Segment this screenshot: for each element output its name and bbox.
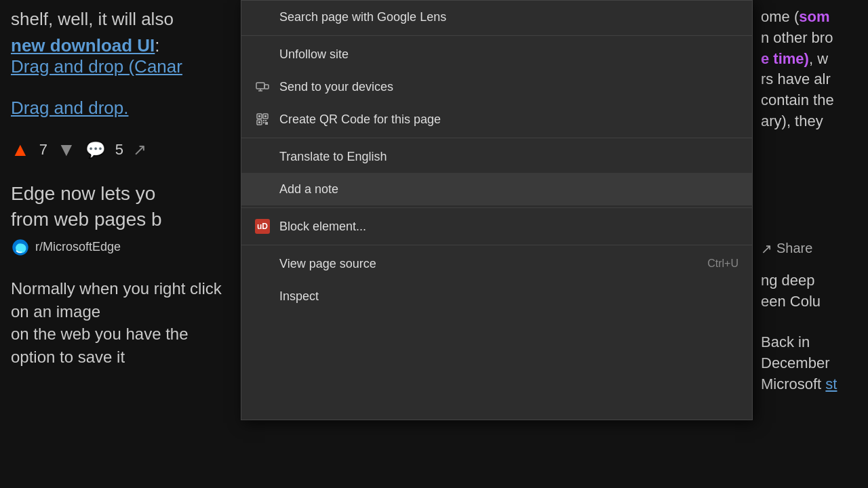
- bg-right-text4: rs have alr: [761, 69, 860, 90]
- view-source-shortcut: Ctrl+U: [707, 258, 738, 270]
- menu-item-unfollow-label: Unfollow site: [279, 47, 738, 62]
- svg-rect-13: [263, 122, 264, 123]
- menu-item-inspect-label: Inspect: [279, 289, 738, 304]
- menu-item-block-label: Block element...: [279, 220, 738, 234]
- bg-section3-line2: on the web you have the option to save i…: [11, 325, 189, 366]
- bg-section2: Edge now lets yofrom web pages b r/Micro…: [11, 181, 230, 257]
- svg-rect-12: [265, 120, 267, 121]
- bg-drag-drop-link: Drag and drop.: [11, 98, 230, 119]
- menu-item-search-lens[interactable]: Search page with Google Lens: [241, 1, 752, 33]
- separator-1: [241, 35, 752, 36]
- view-source-icon: [255, 256, 270, 271]
- bg-share-label: Share: [776, 241, 812, 256]
- svg-rect-11: [263, 120, 264, 121]
- menu-item-qr[interactable]: Create QR Code for this page: [241, 103, 752, 136]
- separator-2: [241, 138, 752, 138]
- bg-right-bottom1: Back in December Microsoft st: [761, 332, 860, 394]
- share-icon: ↗: [133, 140, 146, 159]
- bg-right-text2: n other bro: [761, 28, 860, 49]
- translate-icon: [255, 149, 270, 164]
- bg-right-bottom: ng deep een Colu: [761, 270, 860, 312]
- bg-right-deep: ng deep: [761, 270, 860, 291]
- bg-link-drag-drop: Drag and drop (Canar: [11, 56, 182, 77]
- downvote-icon: ▼: [57, 139, 76, 161]
- menu-item-add-note-label: Add a note: [279, 182, 738, 197]
- context-menu: Search page with Google Lens Unfollow si…: [241, 0, 753, 420]
- separator-3: [241, 207, 752, 208]
- qr-icon: [255, 112, 270, 127]
- svg-rect-2: [264, 85, 269, 89]
- bg-section3: Normally when you right click on an imag…: [11, 277, 230, 368]
- bg-link-download-ui: new download UI: [11, 35, 155, 56]
- edge-logo-icon: [11, 238, 30, 257]
- vote-count: 7: [39, 141, 47, 159]
- bg-link-purple: som: [799, 8, 829, 25]
- menu-item-translate[interactable]: Translate to English: [241, 140, 752, 173]
- bg-right-footer: Back in December Microsoft st: [761, 332, 860, 394]
- svg-rect-6: [258, 115, 260, 117]
- menu-item-send-devices-label: Send to your devices: [279, 80, 738, 94]
- bg-left-content: shelf, well, it will also new download U…: [0, 0, 241, 488]
- bg-share-btn: ↗ Share: [761, 241, 860, 257]
- bg-right-text3: e time), w: [761, 49, 860, 70]
- add-note-icon: [255, 182, 270, 197]
- ublock-icon: uD: [255, 219, 270, 234]
- bg-colon: :: [155, 35, 159, 56]
- menu-item-send-devices[interactable]: Send to your devices: [241, 70, 752, 103]
- menu-item-translate-label: Translate to English: [279, 150, 738, 164]
- inspect-icon: [255, 289, 270, 304]
- bg-right-content: ome (som n other bro e time), w rs have …: [753, 0, 868, 488]
- bg-text-line1: shelf, well, it will also: [11, 7, 230, 31]
- bg-vote-row: ▲ 7 ▼ 💬 5 ↗: [11, 139, 230, 161]
- bg-subreddit: r/MicrosoftEdge: [35, 240, 121, 254]
- separator-4: [241, 245, 752, 245]
- menu-item-view-source[interactable]: View page source Ctrl+U: [241, 247, 752, 280]
- bg-link-download: new download UI:: [11, 35, 230, 56]
- menu-item-search-lens-label: Search page with Google Lens: [279, 10, 738, 24]
- menu-item-block[interactable]: uD Block element...: [241, 210, 752, 243]
- search-lens-icon: [255, 9, 270, 24]
- bg-right-text6: ary), they: [761, 111, 860, 132]
- svg-rect-14: [265, 122, 268, 125]
- menu-item-qr-label: Create QR Code for this page: [279, 113, 738, 127]
- devices-icon: [255, 79, 270, 94]
- bg-share-arrow: ↗: [761, 241, 772, 257]
- comment-icon: 💬: [85, 140, 106, 159]
- bg-section2-heading: Edge now lets yofrom web pages b: [11, 181, 230, 232]
- menu-item-add-note[interactable]: Add a note: [241, 173, 752, 205]
- bg-right-text1: ome (som: [761, 7, 860, 28]
- bg-right-text5: contain the: [761, 90, 860, 111]
- bg-drag-drop-text: Drag and drop.: [11, 98, 230, 119]
- bg-edge-row: r/MicrosoftEdge: [11, 238, 230, 257]
- comment-count: 5: [115, 141, 123, 159]
- svg-rect-1: [256, 83, 264, 89]
- menu-item-view-source-label: View page source: [279, 257, 738, 271]
- svg-rect-8: [264, 115, 267, 117]
- unfollow-icon: [255, 47, 270, 62]
- upvote-icon: ▲: [11, 139, 30, 161]
- bg-link-drag: Drag and drop (Canar: [11, 56, 230, 77]
- bg-link-time: e time): [761, 50, 809, 67]
- bg-section3-line1: Normally when you right click on an imag…: [11, 279, 222, 321]
- bg-right-colu: een Colu: [761, 291, 860, 312]
- ublock-icon-container: uD: [255, 219, 270, 234]
- menu-item-unfollow[interactable]: Unfollow site: [241, 38, 752, 70]
- menu-item-inspect[interactable]: Inspect: [241, 280, 752, 312]
- svg-rect-10: [258, 121, 260, 123]
